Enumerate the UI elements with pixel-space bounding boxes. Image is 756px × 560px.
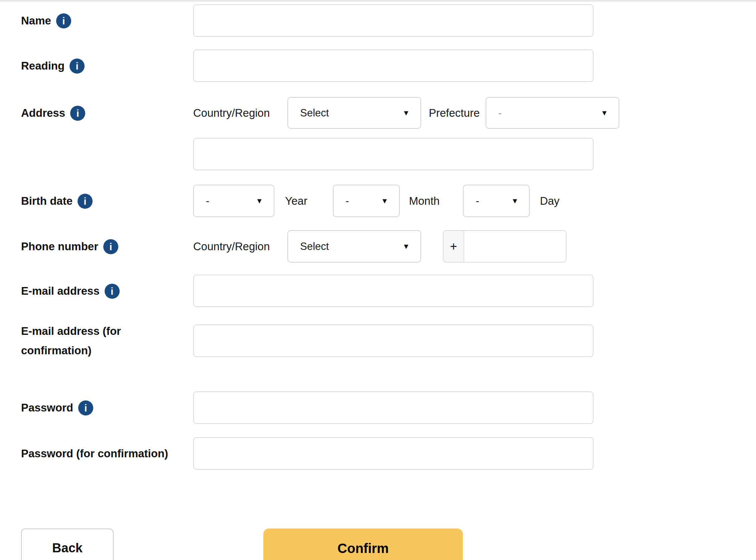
back-button[interactable]: Back (21, 528, 113, 560)
phone-prefix: + (443, 231, 464, 262)
info-glyph: i (76, 58, 79, 75)
dropdown-arrow-icon: ▼ (601, 109, 608, 117)
row-birth-date: Birth datei - ▼ Year - ▼ Month - ▼ Day (21, 185, 756, 217)
birth-date-info-icon[interactable]: i (78, 194, 92, 209)
password-input[interactable] (193, 392, 593, 424)
birth-year-label: Year (285, 195, 308, 207)
phone-country-value: Select (300, 241, 329, 253)
email-label: E-mail addressi (21, 281, 193, 300)
birth-year-value: - (206, 195, 209, 207)
info-glyph: i (84, 399, 87, 417)
reading-label-text: Reading (21, 60, 64, 72)
info-glyph: i (76, 105, 79, 122)
address-input[interactable] (193, 138, 593, 170)
row-password-confirm: Password (for confirmation) (21, 437, 756, 470)
birth-month-select[interactable]: - ▼ (333, 185, 400, 217)
password-info-icon[interactable]: i (78, 400, 93, 416)
form-actions: Back Confirm (21, 528, 756, 560)
email-confirm-label-text: E-mail address (for confirmation) (21, 325, 121, 357)
phone-label: Phone numberi (21, 237, 193, 256)
row-password: Passwordi (21, 392, 756, 424)
info-glyph: i (109, 238, 112, 255)
birth-month-value: - (345, 195, 349, 207)
email-label-text: E-mail address (21, 285, 100, 297)
name-label: Namei (21, 11, 193, 30)
dropdown-arrow-icon: ▼ (402, 109, 410, 117)
row-email: E-mail addressi (21, 275, 756, 307)
birth-day-select[interactable]: - ▼ (463, 185, 530, 217)
row-phone: Phone numberi Country/Region Select ▼ + (21, 230, 756, 263)
dropdown-arrow-icon: ▼ (402, 243, 410, 250)
email-confirm-input[interactable] (193, 324, 593, 357)
name-input[interactable] (193, 4, 593, 37)
email-info-icon[interactable]: i (105, 284, 120, 299)
address-label-text: Address (21, 107, 65, 119)
info-glyph: i (111, 283, 113, 300)
address-info-icon[interactable]: i (70, 106, 85, 121)
password-confirm-label-text: Password (for confirmation) (21, 447, 168, 460)
row-address-selects: Addressi Country/Region Select ▼ Prefect… (21, 97, 756, 129)
phone-country-label: Country/Region (193, 240, 280, 253)
row-reading: Readingi (21, 49, 756, 82)
address-country-select[interactable]: Select ▼ (288, 97, 421, 129)
password-confirm-input[interactable] (193, 437, 593, 470)
row-address-input (21, 138, 756, 170)
birth-year-select[interactable]: - ▼ (193, 185, 274, 217)
phone-country-select[interactable]: Select ▼ (288, 230, 421, 263)
email-confirm-label: E-mail address (for confirmation) (21, 321, 193, 360)
confirm-button[interactable]: Confirm (264, 528, 463, 560)
info-glyph: i (84, 193, 86, 210)
address-prefecture-value: - (498, 107, 502, 119)
reading-input[interactable] (193, 49, 593, 82)
password-confirm-label: Password (for confirmation) (21, 444, 193, 463)
reading-label: Readingi (21, 56, 193, 75)
registration-form: Namei Readingi Addressi Country/Region S… (0, 0, 756, 560)
phone-number-input[interactable] (464, 231, 567, 262)
birth-day-label: Day (540, 195, 560, 207)
info-glyph: i (62, 13, 65, 29)
password-label: Passwordi (21, 398, 193, 417)
address-label: Addressi (21, 103, 193, 122)
email-input[interactable] (193, 275, 593, 307)
dropdown-arrow-icon: ▼ (381, 197, 388, 205)
birth-date-label-text: Birth date (21, 195, 72, 207)
row-email-confirm: E-mail address (for confirmation) (21, 321, 756, 360)
dropdown-arrow-icon: ▼ (256, 197, 263, 205)
address-country-label: Country/Region (193, 107, 280, 119)
address-prefecture-label: Prefecture (429, 107, 480, 119)
address-country-value: Select (300, 107, 329, 119)
reading-info-icon[interactable]: i (69, 59, 85, 74)
phone-info-icon[interactable]: i (103, 239, 118, 254)
top-divider (0, 0, 756, 2)
name-info-icon[interactable]: i (56, 13, 71, 28)
password-label-text: Password (21, 401, 73, 414)
birth-day-value: - (476, 195, 479, 207)
address-prefecture-select[interactable]: - ▼ (486, 97, 619, 129)
birth-date-label: Birth datei (21, 191, 193, 211)
dropdown-arrow-icon: ▼ (511, 197, 519, 205)
name-label-text: Name (21, 15, 51, 27)
phone-label-text: Phone number (21, 241, 98, 253)
phone-number-group: + (443, 230, 567, 263)
birth-month-label: Month (409, 195, 440, 207)
row-name: Namei (21, 4, 756, 37)
